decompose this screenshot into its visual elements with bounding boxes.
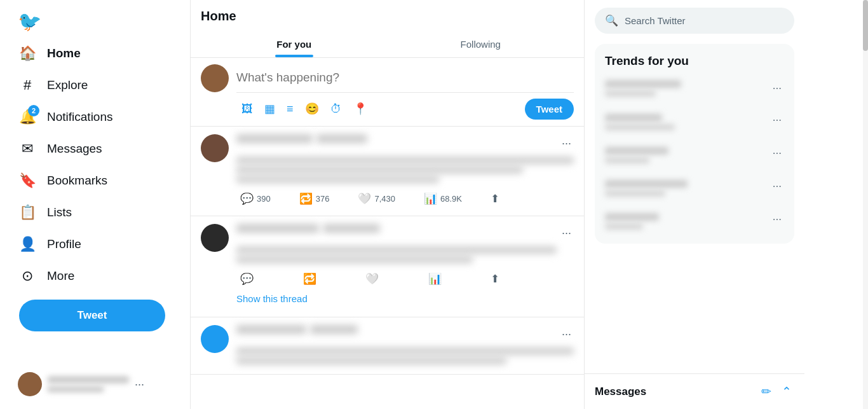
tweet-text-line1 — [236, 246, 557, 254]
search-icon: 🔍 — [605, 14, 618, 27]
views-icon: 📊 — [424, 192, 437, 205]
trend-label — [605, 213, 659, 221]
sidebar-item-messages[interactable]: ✉Messages — [10, 133, 180, 165]
trend-label — [605, 80, 681, 88]
retweet-button[interactable]: 🔁 — [299, 270, 320, 288]
page-title: Home — [201, 9, 574, 24]
sidebar-item-label-messages: Messages — [47, 142, 102, 156]
share-icon: ⬆ — [491, 272, 499, 286]
like-button[interactable]: 🤍 7,430 — [354, 190, 399, 208]
trends-box: Trends for you ··· ··· ··· — [595, 44, 794, 244]
add-location-button[interactable]: 📍 — [348, 98, 372, 120]
sidebar-item-home[interactable]: 🏠Home — [10, 38, 180, 69]
share-button[interactable]: ⬆ — [487, 190, 503, 208]
sidebar-item-bookmarks[interactable]: 🔖Bookmarks — [10, 165, 180, 197]
like-button[interactable]: 🤍 — [362, 270, 383, 288]
trend-item[interactable]: ··· — [595, 104, 794, 137]
trend-label — [605, 147, 668, 155]
share-icon: ⬆ — [491, 192, 499, 205]
show-thread-link[interactable]: Show this thread — [236, 288, 574, 309]
tab-for-you[interactable]: For you — [201, 30, 388, 57]
trend-sublabel — [605, 124, 675, 130]
account-name — [47, 376, 130, 384]
tweet-card[interactable]: ··· 💬 🔁 🤍 📊 — [191, 216, 584, 317]
share-button[interactable]: ⬆ — [487, 270, 503, 288]
compose-tweet-button[interactable]: Tweet — [525, 99, 574, 120]
like-icon: 🤍 — [365, 272, 379, 286]
twitter-logo[interactable]: 🐦 — [10, 5, 180, 35]
trend-more-button[interactable]: ··· — [770, 144, 784, 162]
sidebar-item-more[interactable]: ⊙More — [10, 260, 180, 292]
tweet-more-button[interactable]: ··· — [559, 134, 574, 153]
retweet-count: 376 — [316, 194, 330, 204]
reply-button[interactable]: 💬 — [236, 270, 257, 288]
trend-sublabel — [605, 190, 665, 197]
search-bar[interactable]: 🔍 — [595, 8, 794, 34]
tweet-content: ··· 💬 390 🔁 376 — [236, 134, 574, 208]
trend-more-button[interactable]: ··· — [770, 211, 784, 228]
tweet-actions: 💬 390 🔁 376 🤍 7,430 📊 68.9K — [236, 190, 503, 208]
reply-icon: 💬 — [240, 192, 254, 205]
messages-bar: Messages ✏ ⌃ — [585, 373, 804, 409]
views-button[interactable]: 📊 — [424, 270, 445, 288]
add-image-button[interactable]: 🖼 — [236, 98, 258, 120]
trend-item[interactable]: ··· — [595, 137, 794, 170]
tweet-button[interactable]: Tweet — [19, 300, 165, 331]
trend-more-button[interactable]: ··· — [770, 80, 784, 97]
add-gif-button[interactable]: ▦ — [259, 98, 280, 120]
profile-account-area[interactable]: ··· — [10, 367, 152, 401]
compose-media-icons: 🖼 ▦ ≡ 😊 ⏱ 📍 — [236, 98, 372, 120]
views-button[interactable]: 📊 68.9K — [420, 190, 466, 208]
sidebar-item-notifications[interactable]: 🔔Notifications2 — [10, 101, 180, 133]
trend-more-button[interactable]: ··· — [770, 177, 784, 195]
tweet-text-line2 — [236, 256, 473, 263]
tweet-body — [236, 156, 574, 183]
add-emoji-button[interactable]: 😊 — [300, 98, 324, 120]
sidebar-item-lists[interactable]: 📋Lists — [10, 197, 180, 228]
tweet-header: ··· — [236, 224, 574, 242]
tweet-more-button[interactable]: ··· — [559, 224, 574, 242]
reply-button[interactable]: 💬 390 — [236, 190, 275, 208]
tweet-avatar — [201, 224, 229, 252]
tab-following[interactable]: Following — [388, 30, 574, 57]
trend-more-button[interactable]: ··· — [770, 111, 784, 129]
compose-input[interactable] — [236, 64, 574, 90]
collapse-messages-button[interactable]: ⌃ — [779, 382, 794, 401]
tweet-content: ··· — [236, 325, 574, 366]
messages-bar-title: Messages — [595, 385, 646, 398]
tweet-row: ··· — [201, 325, 574, 366]
search-input[interactable] — [625, 15, 784, 26]
avatar — [18, 372, 42, 396]
sidebar-item-label-notifications: Notifications — [47, 110, 113, 124]
tweet-avatar — [201, 325, 229, 353]
tweet-card[interactable]: ··· — [191, 317, 584, 375]
sidebar-item-explore[interactable]: #Explore — [10, 69, 180, 101]
trends-title: Trends for you — [595, 52, 794, 73]
compose-tweet-area: 🖼 ▦ ≡ 😊 ⏱ 📍 Tweet — [191, 58, 584, 127]
tweet-more-button[interactable]: ··· — [559, 325, 574, 343]
scrollbar-thumb[interactable] — [863, 0, 868, 51]
retweet-button[interactable]: 🔁 376 — [295, 190, 334, 208]
trend-item[interactable]: ··· — [595, 73, 794, 104]
account-more-button[interactable]: ··· — [135, 378, 144, 391]
messages-icon: ✉ — [19, 141, 36, 157]
tweet-avatar — [201, 134, 229, 162]
reply-count: 390 — [257, 194, 271, 204]
trend-sublabel — [605, 223, 643, 230]
tweet-handle — [316, 134, 367, 143]
add-poll-button[interactable]: ≡ — [281, 98, 299, 120]
tweet-card[interactable]: ··· 💬 390 🔁 376 — [191, 127, 584, 216]
trend-item[interactable]: ··· — [595, 203, 794, 236]
trend-item[interactable]: ··· — [595, 170, 794, 203]
tweet-username — [236, 224, 319, 233]
sidebar-item-label-profile: Profile — [47, 237, 81, 251]
sidebar-item-label-bookmarks: Bookmarks — [47, 174, 107, 188]
add-schedule-button[interactable]: ⏱ — [325, 98, 347, 120]
sidebar-item-label-explore: Explore — [47, 78, 88, 92]
trend-info — [605, 209, 770, 230]
scrollbar-track[interactable] — [863, 0, 868, 409]
compose-message-button[interactable]: ✏ — [759, 382, 774, 401]
main-feed: Home For you Following 🖼 ▦ ≡ 😊 ⏱ 📍 Tweet — [191, 0, 585, 409]
sidebar-item-profile[interactable]: 👤Profile — [10, 228, 180, 260]
tweet-username — [236, 325, 306, 334]
